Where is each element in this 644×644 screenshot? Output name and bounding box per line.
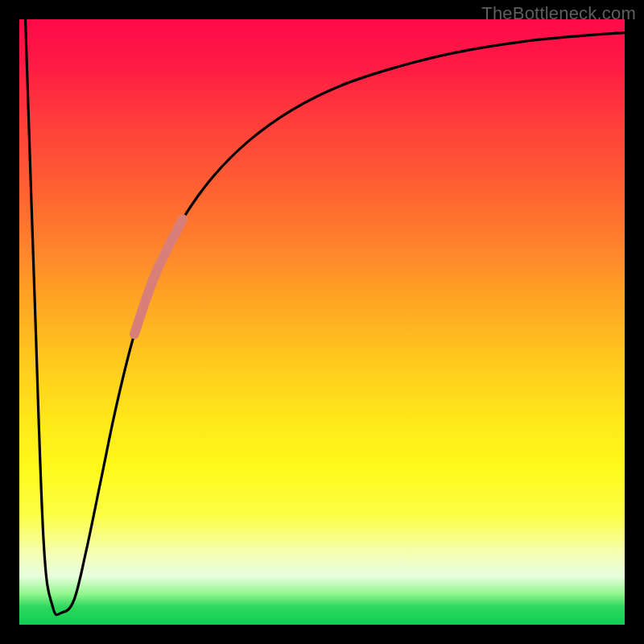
watermark-text: TheBottleneck.com [481,3,636,24]
highlight-segment-path [134,219,183,334]
bottleneck-curve-path [26,19,625,615]
plot-area [19,19,625,625]
curve-svg [19,19,625,625]
chart-frame: TheBottleneck.com [0,0,644,644]
